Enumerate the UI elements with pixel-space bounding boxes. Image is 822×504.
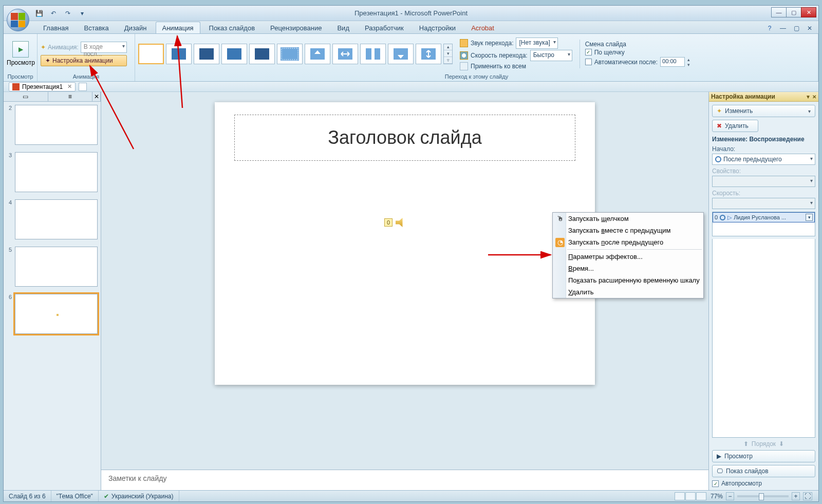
- new-window-icon[interactable]: [79, 83, 87, 91]
- office-button[interactable]: [7, 9, 29, 31]
- tab-review[interactable]: Рецензирование: [264, 22, 328, 33]
- taskpane-menu-icon[interactable]: ▼: [806, 94, 811, 100]
- transition-item[interactable]: [360, 44, 386, 64]
- tab-insert[interactable]: Вставка: [77, 22, 115, 33]
- transition-item[interactable]: [249, 44, 275, 64]
- start-dropdown[interactable]: После предыдущего: [712, 154, 815, 165]
- save-icon[interactable]: 💾: [33, 8, 45, 19]
- change-effect-button[interactable]: ✦ Изменить ▾: [712, 105, 815, 117]
- animation-dropdown[interactable]: В ходе посл...: [81, 42, 127, 53]
- slide-thumbnail-selected[interactable]: [15, 294, 98, 334]
- ctx-remove[interactable]: Удалить: [553, 286, 703, 298]
- zoom-out-icon[interactable]: −: [726, 492, 734, 500]
- mdi-close-icon[interactable]: ✕: [804, 23, 815, 34]
- redo-icon[interactable]: ↷: [62, 8, 73, 19]
- transition-gallery-more[interactable]: ▴▾▿: [443, 44, 453, 64]
- auto-after-time[interactable]: 00:00: [660, 57, 685, 67]
- delete-effect-button[interactable]: ✖ Удалить: [712, 120, 758, 132]
- ctx-effect-options[interactable]: Параметры эффектов...: [553, 251, 703, 263]
- animation-list[interactable]: 0 ▷ Лидия Русланова ... ▾: [712, 212, 815, 236]
- mdi-restore-icon[interactable]: ▢: [791, 23, 802, 34]
- ctx-extended-timeline[interactable]: Показать расширенную временную шкалу: [553, 274, 703, 286]
- outline-tab-icon[interactable]: ≡: [48, 92, 93, 101]
- transition-none[interactable]: [138, 44, 164, 64]
- powerpoint-file-icon: [12, 83, 20, 90]
- zoom-in-icon[interactable]: +: [792, 492, 800, 500]
- transition-sound-dropdown[interactable]: [Нет звука]: [516, 38, 558, 49]
- auto-after-checkbox[interactable]: [585, 59, 592, 65]
- ctx-on-click[interactable]: 🖱 Запускать щелчком: [553, 213, 703, 225]
- animation-item-dropdown-icon[interactable]: ▾: [806, 214, 813, 221]
- play-icon: ▶: [717, 453, 721, 460]
- transition-item[interactable]: [305, 44, 330, 64]
- close-button[interactable]: ✕: [801, 7, 816, 17]
- zoom-percent[interactable]: 77%: [711, 493, 723, 500]
- autopreview-checkbox[interactable]: ✓: [712, 480, 719, 487]
- transition-item[interactable]: [166, 44, 192, 64]
- language-indicator[interactable]: ✔ Украинский (Украина): [99, 491, 179, 501]
- help-icon[interactable]: ?: [764, 23, 775, 34]
- transition-item[interactable]: [277, 44, 303, 64]
- start-label: Начало:: [712, 145, 815, 153]
- media-object[interactable]: 0: [384, 218, 405, 227]
- tab-animation[interactable]: Анимация: [156, 22, 200, 33]
- sorter-view-icon[interactable]: [685, 492, 696, 500]
- transition-item[interactable]: [416, 44, 441, 64]
- ctx-with-previous[interactable]: Запускать вместе с предыдущим: [553, 225, 703, 236]
- preview-button[interactable]: ▶ Просмотр: [7, 35, 35, 72]
- tab-home[interactable]: Главная: [36, 22, 75, 33]
- transition-item[interactable]: [388, 44, 414, 64]
- zoom-slider[interactable]: [737, 495, 789, 497]
- ribbon-tabs: Главная Вставка Дизайн Анимация Показ сл…: [4, 21, 818, 34]
- tab-design[interactable]: Дизайн: [118, 22, 154, 33]
- panel-close-icon[interactable]: ✕: [92, 92, 101, 101]
- tab-addins[interactable]: Надстройки: [413, 22, 462, 33]
- transition-item[interactable]: [332, 44, 358, 64]
- normal-view-icon[interactable]: [675, 492, 685, 500]
- apply-to-all-button[interactable]: Применить ко всем: [471, 63, 526, 70]
- slideshow-view-icon[interactable]: [696, 492, 706, 500]
- tab-slideshow[interactable]: Показ слайдов: [202, 22, 262, 33]
- ribbon: ▶ Просмотр Просмотр ✦ Анимация: В ходе п…: [4, 34, 818, 82]
- slideshow-button[interactable]: 🖵 Показ слайдов: [712, 465, 815, 477]
- ctx-after-previous[interactable]: ◔ Запускать после предыдущего: [553, 236, 703, 248]
- slide-thumbnail[interactable]: [15, 199, 98, 239]
- move-down-icon[interactable]: ⬇: [779, 440, 784, 447]
- transition-speed-dropdown[interactable]: Быстро: [530, 50, 572, 61]
- animation-list-item[interactable]: 0 ▷ Лидия Русланова ... ▾: [713, 212, 815, 222]
- undo-icon[interactable]: ↶: [48, 8, 59, 19]
- tab-view[interactable]: Вид: [330, 22, 356, 33]
- mdi-minimize-icon[interactable]: —: [777, 23, 789, 34]
- move-up-icon[interactable]: ⬆: [743, 440, 749, 447]
- transition-item[interactable]: [194, 44, 219, 64]
- on-click-checkbox[interactable]: ✓: [585, 49, 592, 55]
- thumb-number: 6: [7, 294, 12, 334]
- fit-to-window-icon[interactable]: ⛶: [803, 492, 812, 500]
- transition-item[interactable]: [221, 44, 247, 64]
- star-icon: ✦: [41, 44, 46, 51]
- svg-rect-3: [255, 48, 269, 60]
- context-menu: 🖱 Запускать щелчком Запускать вместе с п…: [552, 212, 704, 298]
- slide[interactable]: Заголовок слайда 0: [215, 102, 595, 385]
- gear-star-icon: ✦: [45, 57, 50, 64]
- notes-pane[interactable]: Заметки к слайду: [101, 470, 708, 490]
- ctx-timing[interactable]: Время...: [553, 263, 703, 274]
- slide-thumbnail[interactable]: [15, 105, 98, 145]
- taskpane-close-icon[interactable]: ✕: [812, 94, 816, 100]
- svg-rect-9: [371, 48, 375, 60]
- animation-item-label: Лидия Русланова ...: [734, 214, 786, 220]
- minimize-button[interactable]: —: [771, 7, 787, 17]
- title-placeholder-text: Заголовок слайда: [328, 127, 481, 148]
- slide-thumbnail[interactable]: [15, 152, 98, 192]
- play-button[interactable]: ▶ Просмотр: [712, 450, 815, 462]
- tab-acrobat[interactable]: Acrobat: [464, 22, 501, 33]
- qat-more-icon[interactable]: ▾: [77, 8, 88, 19]
- document-tab[interactable]: Презентация1 ✕: [9, 82, 76, 91]
- title-placeholder[interactable]: Заголовок слайда: [234, 115, 575, 161]
- maximize-button[interactable]: ▢: [786, 7, 801, 17]
- document-tab-close-icon[interactable]: ✕: [67, 83, 72, 90]
- group-animation-label: Анимация: [38, 73, 135, 81]
- slide-thumbnail[interactable]: [15, 247, 98, 287]
- tab-developer[interactable]: Разработчик: [358, 22, 410, 33]
- slides-tab-icon[interactable]: ▭: [4, 92, 48, 101]
